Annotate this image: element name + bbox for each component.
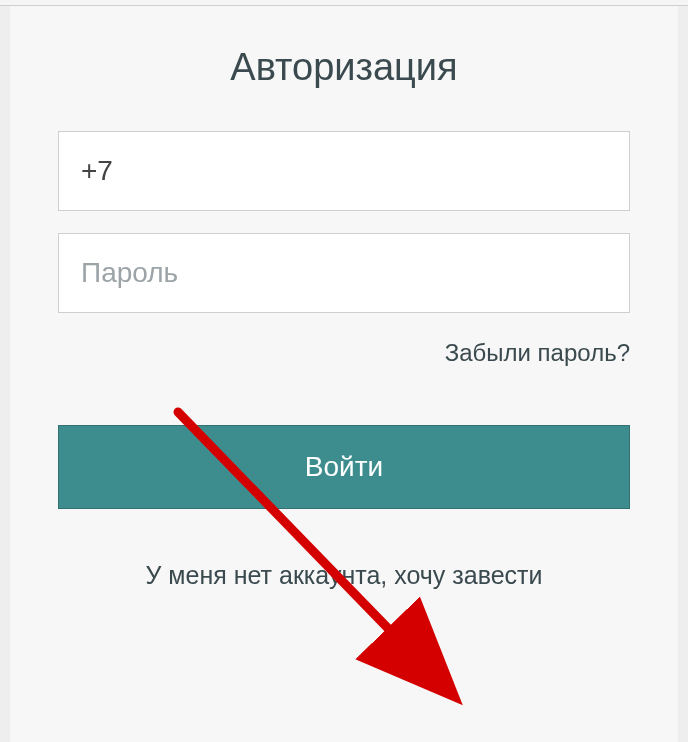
password-input[interactable] xyxy=(58,233,630,313)
register-link[interactable]: У меня нет аккаунта, хочу завести xyxy=(58,561,630,590)
forgot-row: Забыли пароль? xyxy=(58,339,630,367)
login-button[interactable]: Войти xyxy=(58,425,630,509)
page-title: Авторизация xyxy=(58,46,630,89)
phone-input[interactable] xyxy=(58,131,630,211)
login-form-panel: Авторизация Забыли пароль? Войти У меня … xyxy=(10,6,678,742)
forgot-password-link[interactable]: Забыли пароль? xyxy=(445,339,630,366)
